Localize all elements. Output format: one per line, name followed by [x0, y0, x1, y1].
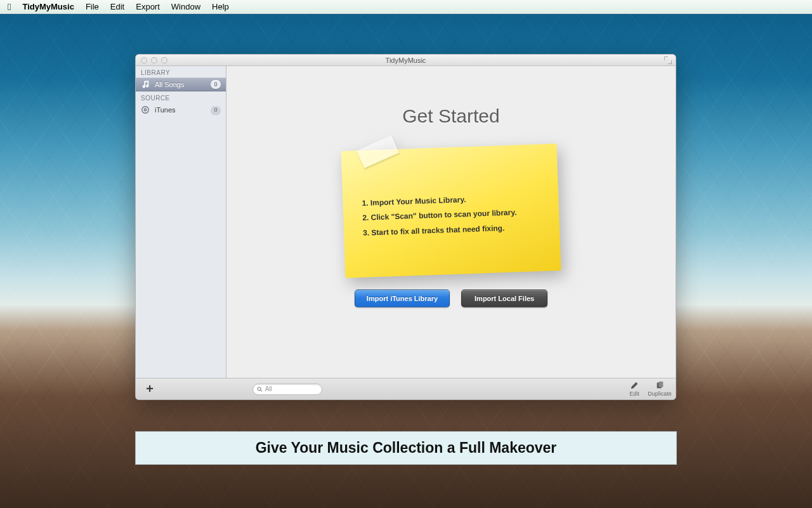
titlebar[interactable]: TidyMyMusic [136, 55, 676, 66]
sidebar-section-library: LIBRARY [136, 66, 226, 77]
bottom-toolbar: + Edit Duplicate [136, 378, 676, 399]
search-input[interactable] [265, 385, 318, 392]
import-itunes-button[interactable]: Import iTunes Library [355, 290, 450, 307]
edit-tool-button[interactable]: Edit [625, 381, 644, 397]
menu-window[interactable]: Window [171, 2, 200, 11]
svg-point-0 [142, 107, 149, 114]
svg-point-2 [258, 387, 261, 390]
sidebar-section-source: SOURCE [136, 91, 226, 103]
minimize-icon[interactable] [151, 57, 157, 64]
apple-logo-icon[interactable]:  [8, 2, 11, 11]
sidebar: LIBRARY All Songs 0 SOURCE iTunes 0 [136, 66, 226, 378]
search-field[interactable] [252, 384, 322, 395]
close-icon[interactable] [141, 57, 147, 64]
search-icon [257, 386, 263, 392]
app-window: TidyMyMusic LIBRARY All Songs 0 SOURCE i… [135, 54, 676, 400]
toolbar-label: Duplicate [648, 391, 672, 397]
svg-rect-5 [658, 382, 663, 387]
pencil-icon [629, 381, 639, 390]
menu-export[interactable]: Export [136, 2, 160, 11]
heading-get-started: Get Started [226, 105, 676, 127]
tape-icon [357, 135, 399, 168]
sticky-note: 1. Import Your Music Library. 2. Click "… [343, 147, 559, 274]
count-badge: 0 [211, 105, 221, 114]
menu-edit[interactable]: Edit [110, 2, 124, 11]
main-content: Get Started 1. Import Your Music Library… [226, 66, 676, 378]
music-note-icon [141, 80, 150, 89]
window-title: TidyMyMusic [136, 57, 676, 64]
promo-caption: Give Your Music Collection a Full Makeov… [135, 431, 677, 465]
toolbar-label: Edit [629, 391, 639, 397]
duplicate-tool-button[interactable]: Duplicate [650, 381, 669, 397]
count-badge: 0 [211, 80, 221, 89]
sidebar-item-itunes[interactable]: iTunes 0 [136, 103, 226, 117]
sidebar-item-label: All Songs [155, 81, 184, 88]
sidebar-item-label: iTunes [155, 106, 176, 114]
zoom-icon[interactable] [161, 57, 167, 64]
itunes-icon [141, 105, 150, 114]
add-button[interactable]: + [142, 382, 157, 396]
sidebar-item-all-songs[interactable]: All Songs 0 [136, 77, 226, 91]
menu-app-title[interactable]: TidyMyMusic [22, 2, 74, 11]
duplicate-icon [655, 381, 665, 390]
menu-help[interactable]: Help [212, 2, 229, 11]
svg-point-1 [144, 109, 147, 111]
menu-file[interactable]: File [86, 2, 99, 11]
fullscreen-icon[interactable] [664, 57, 672, 64]
import-local-files-button[interactable]: Import Local Files [461, 290, 547, 307]
menubar:  TidyMyMusic File Edit Export Window He… [0, 0, 812, 14]
svg-line-3 [261, 390, 262, 391]
